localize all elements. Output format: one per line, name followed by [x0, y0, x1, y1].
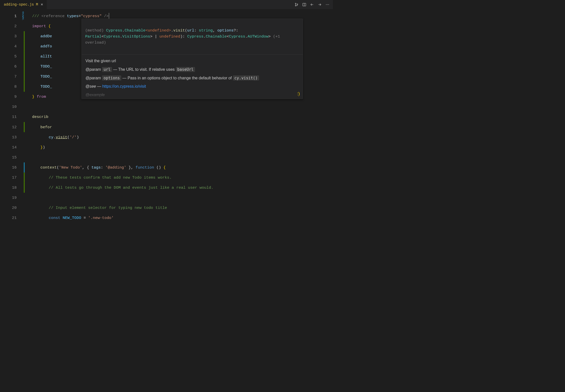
token-identifier: TODO_: [40, 84, 52, 89]
line-number[interactable]: 15: [0, 152, 17, 162]
line-number[interactable]: 2: [0, 21, 17, 31]
editor-actions: [294, 0, 333, 9]
nav-forward-icon[interactable]: [318, 2, 322, 7]
token-identifier: TODO_: [40, 64, 52, 69]
line-number[interactable]: 11: [0, 112, 17, 122]
line-number[interactable]: 6: [0, 61, 17, 72]
sig-fn: visit: [173, 28, 185, 33]
sig-keyword: undefined: [159, 34, 180, 39]
doc-code: cy.visit(): [233, 75, 259, 80]
token-string: "cypress": [81, 14, 102, 18]
line-number[interactable]: 8: [0, 82, 17, 92]
doc-tag: @param: [86, 76, 101, 80]
code-line[interactable]: describ: [24, 112, 333, 122]
line-number[interactable]: 5: [0, 51, 17, 61]
code-line[interactable]: // Input element selector for typing new…: [24, 203, 333, 213]
change-indicator: [24, 82, 25, 92]
token-ref: reference: [44, 14, 65, 18]
doc-param-url: @param url — The URL to visit. If relati…: [86, 66, 299, 73]
sig-punc: ): [180, 34, 183, 39]
line-number[interactable]: 7: [0, 72, 17, 82]
sig-punc: :: [183, 34, 187, 39]
line-number[interactable]: 3: [0, 31, 17, 41]
sig-type: AUTWindow: [247, 34, 268, 39]
doc-tag: @param: [86, 67, 101, 72]
token-const: NEW_TODO: [63, 216, 81, 220]
sig-type: string: [199, 28, 213, 33]
sig-type: Cypress: [229, 34, 245, 39]
token-string: '@adding': [105, 165, 126, 170]
sig-type: Chainable: [125, 28, 146, 33]
code-line[interactable]: cy.visit('/'): [24, 132, 333, 142]
token-string: 'New Todo': [59, 165, 82, 170]
line-number[interactable]: 16: [0, 162, 17, 173]
nav-back-icon[interactable]: [310, 2, 314, 7]
sig-prefix: (method): [85, 28, 106, 33]
editor-area[interactable]: 1 2 3 4 5 6 7 8 9 10 11 12 13 14 15 16 1…: [0, 9, 333, 231]
line-number[interactable]: 13: [0, 132, 17, 142]
token-identifier: addDe: [40, 34, 52, 39]
token-comment: // All tests go through the DOM and even…: [49, 185, 213, 190]
code-line[interactable]: // These tests confirm that add new Todo…: [24, 173, 333, 183]
sig-type: Cypress: [104, 34, 120, 39]
token-paren: (: [57, 165, 59, 170]
line-number[interactable]: 4: [0, 41, 17, 51]
change-indicator: [24, 183, 25, 193]
token-space: [46, 94, 48, 99]
change-indicator: [24, 173, 25, 183]
sig-punc: <: [227, 34, 229, 39]
tab-modified-indicator: M: [36, 3, 38, 7]
line-number[interactable]: 10: [0, 102, 17, 112]
line-number[interactable]: 19: [0, 193, 17, 203]
line-number[interactable]: 20: [0, 203, 17, 213]
tab-bar: adding-spec.js M ✕: [0, 0, 333, 9]
code-line[interactable]: [24, 193, 333, 203]
sig-keyword: undefined: [148, 28, 169, 33]
line-number[interactable]: 21: [0, 213, 17, 223]
doc-code: options: [102, 75, 121, 80]
token-brace: {: [87, 165, 89, 170]
token-keyword: from: [37, 94, 46, 99]
code-line[interactable]: context('New Todo', { tags: '@adding' },…: [24, 162, 333, 173]
svg-point-7: [328, 4, 329, 5]
token-function: describ: [32, 115, 48, 119]
code-line[interactable]: [24, 152, 333, 162]
compare-changes-icon[interactable]: [294, 2, 299, 7]
line-number[interactable]: 9: [0, 92, 17, 102]
line-number[interactable]: 12: [0, 122, 17, 132]
split-editor-icon[interactable]: [302, 2, 306, 7]
code-line[interactable]: befor: [24, 122, 333, 132]
token-space: [89, 165, 91, 170]
close-icon[interactable]: ✕: [40, 2, 44, 7]
token-keyword: const: [49, 216, 60, 220]
token-space: [126, 165, 129, 170]
code-line[interactable]: }): [24, 142, 333, 152]
line-number[interactable]: 18: [0, 183, 17, 193]
change-indicator: [24, 162, 25, 173]
code-line[interactable]: [24, 102, 333, 112]
doc-link[interactable]: https://on.cypress.io/visit: [102, 84, 146, 89]
change-indicator: [24, 31, 25, 41]
line-number[interactable]: 17: [0, 173, 17, 183]
sig-type: Partial: [85, 34, 101, 39]
token-paren: ): [77, 135, 79, 140]
doc-text: —: [96, 84, 102, 89]
hover-tooltip[interactable]: (method) Cypress.Chainable<undefined>.vi…: [81, 19, 303, 99]
sig-punc: >: [268, 34, 271, 39]
code-line[interactable]: // All tests go through the DOM and even…: [24, 183, 333, 193]
tab-adding-spec[interactable]: adding-spec.js M ✕: [0, 0, 47, 9]
token-space: [102, 14, 104, 18]
token-punc: .: [53, 135, 56, 140]
token-function[interactable]: visit: [56, 135, 67, 140]
line-number[interactable]: 14: [0, 142, 17, 152]
token-paren: ): [43, 145, 45, 150]
change-indicator: [24, 51, 25, 61]
code-content[interactable]: /// <reference types="cypress" /> import…: [24, 9, 333, 231]
more-actions-icon[interactable]: [325, 2, 330, 7]
sig-punc: |: [152, 34, 159, 39]
line-number[interactable]: 1: [0, 11, 17, 21]
token-brace: {: [48, 24, 51, 28]
token-brace: }: [129, 165, 131, 170]
token-brace: }: [32, 94, 34, 99]
code-line[interactable]: const NEW_TODO = '.new-todo': [24, 213, 333, 223]
